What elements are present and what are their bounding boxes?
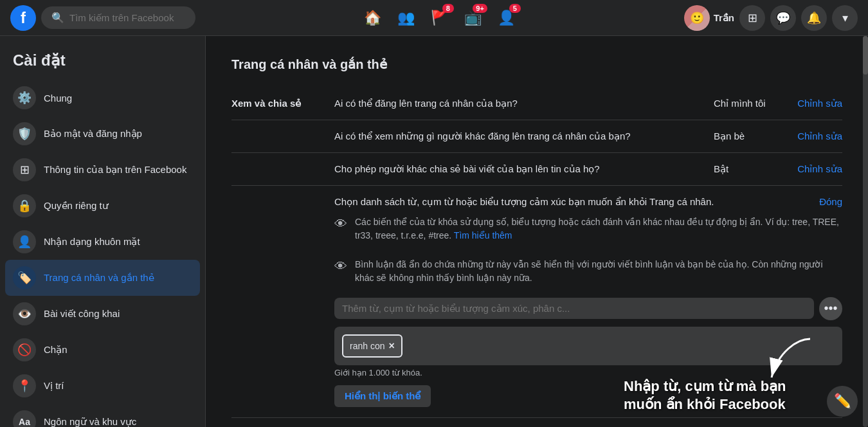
eye-icon-2: 👁 [334, 259, 347, 274]
lock-icon: 🔒 [13, 194, 36, 217]
block-icon: 🚫 [13, 338, 36, 361]
bell-button[interactable]: 🔔 [801, 5, 827, 31]
sidebar-item-label: Vị trí [44, 380, 64, 392]
page-title: Trang cá nhân và gắn thẻ [231, 57, 842, 72]
sidebar-item-general[interactable]: ⚙️ Chung [5, 80, 200, 116]
settings-desc-3: Cho phép người khác chia sẻ bài viết của… [334, 163, 714, 175]
tag-icon: 🏷️ [13, 266, 36, 289]
tag-text: ranh con [350, 341, 384, 351]
main-content: Trang cá nhân và gắn thẻ Xem và chia sẻ … [206, 36, 868, 427]
tags-area: ranh con × [334, 327, 842, 365]
friends-button[interactable]: 👥 [391, 3, 422, 33]
sidebar-title: Cài đặt [5, 46, 200, 80]
nav-right: 🙂 Trần ⊞ 💬 🔔 ▾ [684, 5, 858, 31]
search-bar[interactable]: 🔍 [41, 6, 195, 29]
scrollbar-track [863, 36, 868, 427]
chevron-down-button[interactable]: ▾ [832, 5, 858, 31]
nav-center: 🏠 👥 🚩 8 📺 9+ 👤 5 [201, 3, 679, 33]
flag-button[interactable]: 🚩 8 [424, 3, 455, 33]
people-button[interactable]: 👤 5 [491, 3, 522, 33]
video-badge: 9+ [473, 4, 487, 13]
block-desc-text-2: Bình luận đã ẩn do chứa những từ này vẫn… [355, 258, 842, 285]
sidebar-item-public-posts[interactable]: 👁️ Bài viết công khai [5, 296, 200, 332]
avatar: 🙂 [684, 5, 710, 31]
search-icon: 🔍 [51, 12, 64, 24]
settings-value-3: Bật [714, 163, 791, 175]
block-desc-row-2: 👁 Bình luận đã ẩn do chứa những từ này v… [334, 250, 842, 293]
settings-row-1: Xem và chia sẻ Ai có thể đăng lên trang … [231, 87, 842, 120]
messenger-button[interactable]: 💬 [770, 5, 796, 31]
block-words-title: Chọn danh sách từ, cụm từ hoặc biểu tượn… [334, 196, 714, 208]
sidebar-item-face[interactable]: 👤 Nhận dạng khuôn mặt [5, 224, 200, 260]
sidebar-item-label: Chung [44, 93, 72, 104]
sidebar-item-timeline[interactable]: 🏷️ Trang cá nhân và gắn thẻ [5, 260, 200, 296]
settings-row-2: Ai có thể xem những gì người khác đăng l… [231, 120, 842, 153]
aa-icon: Aa [13, 410, 36, 427]
sidebar-item-label: Bài viết công khai [44, 308, 120, 320]
tag-remove-button[interactable]: × [388, 340, 394, 352]
sidebar-item-location[interactable]: 📍 Vị trí [5, 368, 200, 404]
block-words-section: Chọn danh sách từ, cụm từ hoặc biểu tượn… [231, 186, 842, 418]
sidebar: Cài đặt ⚙️ Chung 🛡️ Bảo mật và đăng nhập… [0, 36, 206, 427]
edit-link-2[interactable]: Chỉnh sửa [797, 131, 842, 141]
sidebar-item-label: Trang cá nhân và gắn thẻ [44, 272, 154, 284]
video-button[interactable]: 📺 9+ [458, 3, 489, 33]
eye-icon-1: 👁 [334, 217, 347, 232]
flag-badge: 8 [442, 4, 454, 13]
sidebar-item-block[interactable]: 🚫 Chặn [5, 332, 200, 368]
learn-more-link[interactable]: Tìm hiểu thêm [454, 230, 512, 241]
face-icon: 👤 [13, 230, 36, 253]
settings-row-3: Cho phép người khác chia sẻ bài viết của… [231, 153, 842, 186]
sidebar-item-label: Thông tin của bạn trên Facebook [44, 164, 186, 176]
block-section-body: Chọn danh sách từ, cụm từ hoặc biểu tượn… [334, 196, 842, 407]
people-badge: 5 [509, 4, 521, 13]
settings-desc-1: Ai có thể đăng lên trang cá nhân của bạn… [334, 98, 714, 109]
sidebar-item-label: Bảo mật và đăng nhập [44, 128, 142, 140]
eye-icon: 👁️ [13, 302, 36, 325]
show-variants-button[interactable]: Hiển thị biến thể [334, 385, 431, 407]
settings-table: Xem và chia sẻ Ai có thể đăng lên trang … [231, 87, 842, 418]
location-icon: 📍 [13, 374, 36, 397]
user-profile-button[interactable]: 🙂 Trần [684, 5, 734, 31]
settings-desc-2: Ai có thể xem những gì người khác đăng l… [334, 131, 714, 142]
tag-item: ranh con × [342, 334, 402, 358]
sidebar-item-label: Nhận dạng khuôn mặt [44, 236, 140, 248]
settings-action-3: Chỉnh sửa [791, 163, 842, 175]
grid-icon: ⊞ [13, 158, 36, 181]
gear-icon: ⚙️ [13, 86, 36, 109]
settings-action-2: Chỉnh sửa [791, 131, 842, 142]
block-words-input-container [334, 298, 814, 319]
settings-action-1: Chỉnh sửa [791, 98, 842, 109]
search-input[interactable] [69, 12, 185, 23]
username-label: Trần [714, 12, 734, 24]
block-words-input[interactable] [342, 303, 806, 314]
scrollbar-thumb[interactable] [863, 36, 868, 75]
avatar-image: 🙂 [684, 5, 710, 31]
sidebar-item-label: Quyền riêng tư [44, 200, 109, 212]
limit-text: Giới hạn 1.000 từ khóa. [334, 368, 842, 377]
sidebar-item-label: Ngôn ngữ và khu vực [44, 416, 136, 427]
sidebar-item-label: Chặn [44, 344, 68, 356]
home-button[interactable]: 🏠 [357, 3, 388, 33]
sidebar-item-info[interactable]: ⊞ Thông tin của bạn trên Facebook [5, 152, 200, 188]
shield-icon: 🛡️ [13, 122, 36, 145]
block-more-button[interactable]: ••• [819, 297, 842, 320]
sidebar-item-security[interactable]: 🛡️ Bảo mật và đăng nhập [5, 116, 200, 152]
settings-section-label: Xem và chia sẻ [231, 98, 334, 109]
main-wrapper: Trang cá nhân và gắn thẻ Xem và chia sẻ … [206, 36, 868, 427]
compose-button[interactable]: ✏️ [827, 386, 858, 417]
settings-value-2: Bạn bè [714, 131, 791, 142]
main-layout: Cài đặt ⚙️ Chung 🛡️ Bảo mật và đăng nhập… [0, 36, 868, 427]
grid-button[interactable]: ⊞ [739, 5, 765, 31]
sidebar-item-language[interactable]: Aa Ngôn ngữ và khu vực [5, 404, 200, 427]
top-nav: f 🔍 🏠 👥 🚩 8 📺 9+ 👤 5 🙂 Trần ⊞ 💬 🔔 ▾ [0, 0, 868, 36]
edit-link-3[interactable]: Chỉnh sửa [797, 163, 842, 174]
settings-value-1: Chỉ mình tôi [714, 98, 791, 109]
edit-link-1[interactable]: Chỉnh sửa [797, 98, 842, 109]
facebook-logo[interactable]: f [10, 5, 36, 31]
block-desc-row-1: 👁 Các biến thể của từ khóa sử dụng số, b… [334, 208, 842, 250]
close-button[interactable]: Đóng [819, 196, 842, 207]
sidebar-item-privacy[interactable]: 🔒 Quyền riêng tư [5, 188, 200, 224]
block-desc-text-1: Các biến thể của từ khóa sử dụng số, biể… [355, 215, 842, 242]
